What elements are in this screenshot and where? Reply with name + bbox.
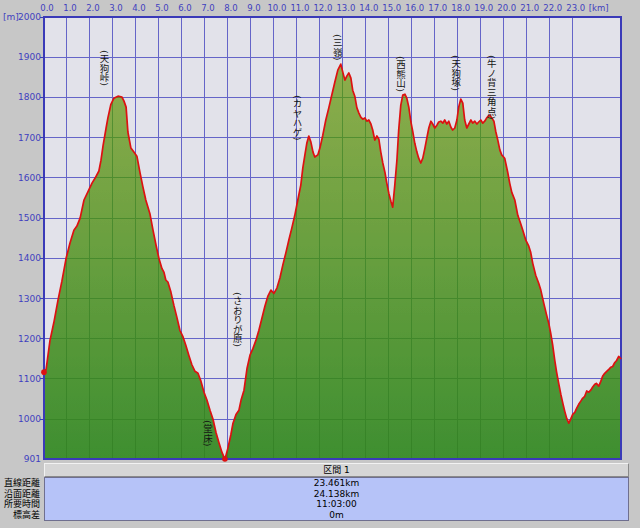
svg-text:1800: 1800 [18, 92, 41, 102]
svg-text:1000: 1000 [18, 414, 41, 424]
svg-text:21.0: 21.0 [520, 3, 539, 13]
svg-text:1200: 1200 [18, 334, 41, 344]
svg-text:1300: 1300 [18, 294, 41, 304]
svg-text:10.0: 10.0 [267, 3, 286, 13]
metric-value-surface-distance: 24.138km [45, 489, 628, 500]
metric-value-elevation-diff: 0m [45, 510, 628, 521]
section-header: 区間 1 [44, 463, 629, 477]
svg-text:8.0: 8.0 [224, 3, 238, 13]
peak-label-4: (三嶺) [332, 34, 342, 60]
svg-text:22.0: 22.0 [543, 3, 562, 13]
peak-label-5: (西熊山) [396, 56, 406, 92]
svg-text:16.0: 16.0 [405, 3, 424, 13]
metric-value-straight-distance: 23.461km [45, 478, 628, 489]
svg-text:4.0: 4.0 [132, 3, 146, 13]
metric-label-required-time: 所要時間 [0, 499, 40, 510]
metric-label-surface-distance: 沿面距離 [0, 489, 40, 500]
svg-text:2.0: 2.0 [86, 3, 100, 13]
svg-text:1100: 1100 [18, 374, 41, 384]
svg-text:18.0: 18.0 [451, 3, 470, 13]
svg-text:[m]: [m] [3, 12, 19, 22]
svg-text:901: 901 [24, 454, 41, 464]
metric-label-elevation-diff: 標高差 [0, 510, 40, 521]
peak-label-6: (天狗塚) [451, 55, 461, 91]
metric-labels: 直線距離 沿面距離 所要時間 標高差 [0, 478, 40, 520]
metric-value-required-time: 11:03:00 [45, 499, 628, 510]
svg-text:14.0: 14.0 [359, 3, 378, 13]
elevation-chart[interactable]: 0.01.02.03.04.05.06.07.08.09.010.011.012… [0, 0, 640, 528]
svg-text:7.0: 7.0 [201, 3, 215, 13]
elevation-profile-window: 0.01.02.03.04.05.06.07.08.09.010.011.012… [0, 0, 640, 528]
svg-text:2000: 2000 [18, 12, 41, 22]
svg-text:12.0: 12.0 [313, 3, 332, 13]
svg-text:6.0: 6.0 [178, 3, 192, 13]
peak-label-7: (牛ノ背三角点) [486, 55, 496, 119]
svg-text:1.0: 1.0 [63, 3, 77, 13]
svg-text:11.0: 11.0 [290, 3, 309, 13]
svg-text:0.0: 0.0 [40, 3, 54, 13]
svg-text:[km]: [km] [589, 3, 609, 13]
svg-text:23.0: 23.0 [566, 3, 585, 13]
peak-label-0: (天狗峠) [99, 50, 109, 86]
svg-text:1900: 1900 [18, 52, 41, 62]
svg-text:3.0: 3.0 [109, 3, 123, 13]
svg-text:20.0: 20.0 [497, 3, 516, 13]
svg-text:13.0: 13.0 [336, 3, 355, 13]
svg-text:1500: 1500 [18, 213, 41, 223]
svg-text:19.0: 19.0 [474, 3, 493, 13]
peak-label-2: (さおりが原) [232, 292, 242, 347]
section-header-label: 区間 1 [323, 465, 350, 475]
metric-label-straight-distance: 直線距離 [0, 478, 40, 489]
svg-text:17.0: 17.0 [428, 3, 447, 13]
svg-text:1700: 1700 [18, 133, 41, 143]
metrics-panel: 23.461km 24.138km 11:03:00 0m [44, 477, 629, 521]
svg-text:5.0: 5.0 [155, 3, 169, 13]
svg-text:1600: 1600 [18, 173, 41, 183]
svg-text:9.0: 9.0 [247, 3, 261, 13]
svg-text:1400: 1400 [18, 253, 41, 263]
svg-text:15.0: 15.0 [382, 3, 401, 13]
peak-label-1: (堂床) [202, 420, 212, 446]
peak-label-3: (カヤハゲ) [292, 95, 302, 140]
